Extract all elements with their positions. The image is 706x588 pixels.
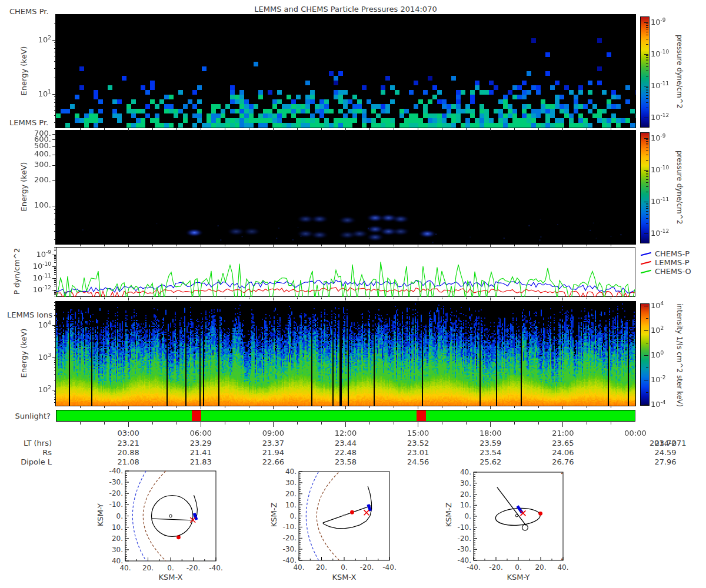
colorbar-tick-label: 10-2 xyxy=(651,375,666,384)
colorbar-minor-tick xyxy=(646,171,648,172)
y-axis-minor-tick xyxy=(54,209,56,210)
ephemeris-row-label-rs: Rs xyxy=(9,448,52,457)
colorbar-minor-tick xyxy=(646,175,648,175)
orbit2-y-axis-title: KSM-Z xyxy=(269,489,278,542)
colorbar-minor-tick xyxy=(646,102,648,103)
hour-tick xyxy=(104,128,105,130)
hour-tick xyxy=(369,128,370,130)
y-axis-tick-label: 10-12 xyxy=(24,285,51,294)
y-axis-minor-tick xyxy=(54,280,56,281)
colorbar-major-tick xyxy=(644,330,648,331)
orbit-x-tick-label: -40. xyxy=(382,563,396,572)
y-axis-major-tick xyxy=(52,155,56,155)
orbit-y-tick-label: 30. xyxy=(285,479,297,487)
y-axis-minor-tick xyxy=(54,286,56,286)
y-axis-minor-tick xyxy=(54,267,56,268)
y-axis-major-tick xyxy=(52,358,56,358)
hour-tick xyxy=(297,422,298,425)
y-axis-minor-tick xyxy=(54,367,56,368)
colorbar-minor-tick xyxy=(646,24,648,24)
legend-label-chems-p: CHEMS-P xyxy=(655,249,690,258)
pressure-line-plot xyxy=(56,247,635,297)
orbit-y-tick-label: -10. xyxy=(109,500,123,509)
y-axis-minor-tick xyxy=(54,255,56,255)
y-axis-minor-tick xyxy=(54,360,56,361)
figure-title: LEMMS and CHEMS Particle Pressures 2014:… xyxy=(56,5,635,14)
y-axis-minor-tick xyxy=(54,272,56,273)
y-axis-minor-tick xyxy=(54,102,56,103)
y-axis-minor-tick xyxy=(54,122,56,123)
colorbar-minor-tick xyxy=(646,223,648,224)
hour-label: 03:00 xyxy=(109,429,147,437)
orbit3-y-axis-title: KSM-Z xyxy=(444,489,453,542)
hour-tick xyxy=(490,128,491,131)
colorbar-tick-label: 102 xyxy=(651,325,664,335)
sunlight-label: Sunlight? xyxy=(8,412,51,420)
ephemeris-value: 24.56 xyxy=(399,457,437,466)
colorbar-minor-tick xyxy=(646,203,648,203)
hour-tick xyxy=(369,298,370,299)
hour-tick xyxy=(201,406,201,409)
hour-tick xyxy=(104,406,105,408)
hour-tick xyxy=(345,422,346,427)
hour-tick xyxy=(225,245,225,246)
y-axis-minor-tick xyxy=(54,45,56,45)
y-axis-minor-tick xyxy=(54,338,56,338)
hour-tick xyxy=(176,128,177,130)
orbit-x-tick-label: 20. xyxy=(142,564,154,572)
orbit-x-tick-label: 20. xyxy=(316,563,327,572)
colorbar-tick-label: 104 xyxy=(651,300,664,310)
colorbar-minor-tick xyxy=(646,173,648,173)
colorbar-major-tick xyxy=(644,54,648,55)
orbit-y-tick-label: 30. xyxy=(112,546,123,554)
colorbar-minor-tick xyxy=(646,151,648,151)
hour-tick xyxy=(442,406,442,408)
hour-tick xyxy=(562,128,563,131)
ephemeris-value: 23.59 xyxy=(472,439,509,447)
lemms-ions-spectrogram xyxy=(56,302,635,406)
y-axis-minor-tick xyxy=(54,96,56,97)
y-axis-minor-tick xyxy=(54,284,56,285)
colorbar-minor-tick xyxy=(646,29,648,29)
y-axis-minor-tick xyxy=(54,259,56,259)
colorbar-minor-tick xyxy=(646,205,648,205)
colorbar-minor-tick xyxy=(646,89,648,89)
y-axis-tick-label: 500. xyxy=(24,141,51,150)
sunlight-status-bar xyxy=(56,410,635,422)
y-axis-tick-label: 102 xyxy=(24,385,51,394)
y-axis-minor-tick xyxy=(54,330,56,330)
colorbar-major-tick xyxy=(644,138,648,139)
y-axis-minor-tick xyxy=(54,266,56,267)
y-axis-minor-tick xyxy=(54,290,56,291)
colorbar-tick-label: 10-4 xyxy=(651,399,666,409)
hour-tick xyxy=(514,406,515,408)
y-axis-tick-label: 102 xyxy=(24,35,51,44)
hour-tick xyxy=(490,245,491,248)
orbit-y-tick-label: 0. xyxy=(116,512,123,520)
hour-label: 06:00 xyxy=(182,429,219,437)
colorbar-minor-tick xyxy=(646,192,648,192)
hour-tick xyxy=(538,245,539,246)
hour-tick xyxy=(466,422,467,425)
y-axis-major-tick xyxy=(52,390,56,390)
hour-tick xyxy=(418,298,418,300)
y-axis-minor-tick xyxy=(54,399,56,400)
colorbar-tick-label: 10-10 xyxy=(651,165,669,174)
y-axis-minor-tick xyxy=(54,391,56,392)
y-axis-minor-tick xyxy=(54,262,56,263)
chems-pressure-spectrogram xyxy=(56,15,635,128)
lemms-pressure-spectrogram xyxy=(56,131,635,244)
ephemeris-value: 23.44 xyxy=(327,439,365,447)
hour-tick xyxy=(418,422,418,427)
colorbar-minor-tick xyxy=(646,76,648,76)
colorbar-minor-tick xyxy=(646,25,648,26)
y-axis-minor-tick xyxy=(54,348,56,348)
hour-tick xyxy=(249,406,249,408)
orbit-x-tick-label: -40. xyxy=(467,563,480,572)
hour-tick xyxy=(514,298,515,299)
colorbar-major-tick xyxy=(644,170,648,171)
hour-tick xyxy=(418,128,418,131)
y-axis-minor-tick xyxy=(54,247,56,248)
y-axis-minor-tick xyxy=(54,61,56,62)
y-axis-minor-tick xyxy=(54,282,56,283)
